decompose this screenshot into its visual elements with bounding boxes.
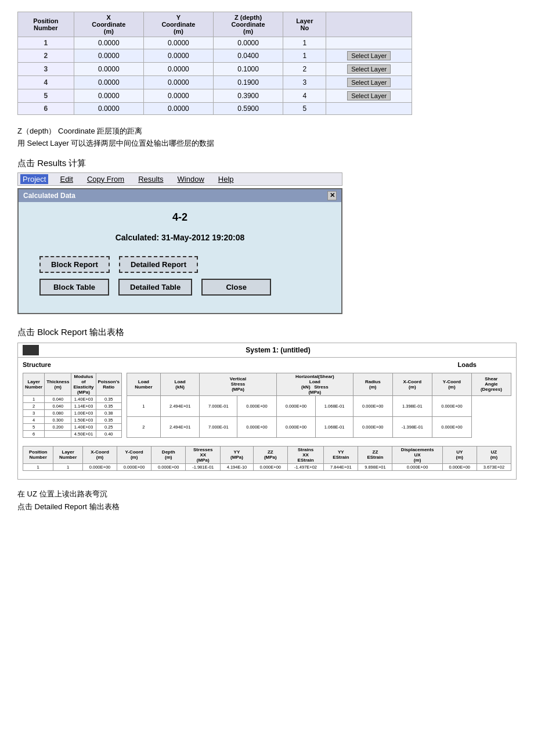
data-cell: 0.040	[45, 395, 71, 402]
table-row: 60.00000.00000.59005	[18, 103, 412, 115]
bottom-text: 在 UZ 位置上读出路表弯沉 点击 Detailed Report 输出表格	[17, 488, 517, 513]
data-cell: 7.844E+01	[324, 463, 358, 470]
data-cell: 1.398E-01	[392, 395, 432, 416]
select-layer-cell[interactable]: Select Layer	[326, 63, 412, 76]
data-cell	[45, 430, 71, 437]
structure-table: LayerNumber Thickness(m) Modulus ofElast…	[23, 373, 122, 438]
loads-col-xcoord: X-Coord(m)	[392, 373, 432, 395]
z-coord-cell: 0.1000	[214, 63, 283, 76]
calc-id: 4-2	[30, 211, 330, 224]
select-layer-button[interactable]: Select Layer	[347, 91, 391, 100]
system-title: System 1: (untitled)	[45, 346, 511, 354]
position-table: PositionNumber XCoordinate(m) YCoordinat…	[17, 12, 412, 115]
data-cell: 2.494E+01	[160, 395, 200, 416]
menubar-item-copy-from[interactable]: Copy From	[85, 174, 127, 184]
system-titlebar: System 1: (untitled)	[18, 343, 516, 358]
x-coord-cell: 0.0000	[74, 89, 143, 103]
data-cell: 0.000E+00	[237, 416, 277, 437]
structure-loads-area: LayerNumber Thickness(m) Modulus ofElast…	[23, 373, 511, 442]
data-cell: 0.300	[45, 416, 71, 423]
z-coord-cell: 0.0000	[214, 37, 283, 49]
col-header-z: Z (depth)Coordinate(m)	[214, 12, 283, 37]
loads-col-radius: Radius(m)	[353, 373, 392, 395]
y-coord-cell: 0.0000	[143, 103, 213, 115]
block-report-button[interactable]: Block Report	[39, 256, 110, 273]
table-row: 40.3001.50E+030.35	[23, 416, 122, 423]
data-cell: 0.000E+00	[82, 463, 117, 470]
select-layer-cell[interactable]: Select Layer	[326, 89, 412, 103]
res-col-szz: ZZ(MPa)	[253, 446, 287, 463]
structure-label: Structure	[23, 361, 51, 368]
position-cell: 2	[18, 49, 74, 63]
loads-col-ycoord: Y-Coord(m)	[432, 373, 472, 395]
res-col-ezz: ZZEStrain	[358, 446, 392, 463]
loads-col-load: Load(kN)	[160, 373, 200, 395]
data-cell: 2.494E+01	[160, 416, 200, 437]
res-col-y: Y-Coord(m)	[117, 446, 151, 463]
menubar-item-project[interactable]: Project	[20, 174, 48, 184]
menubar-item-window[interactable]: Window	[175, 174, 207, 184]
data-cell: 0.000E+00	[392, 463, 442, 470]
data-cell: 4	[23, 416, 45, 423]
data-cell: 0.000E+00	[432, 395, 472, 416]
y-coord-cell: 0.0000	[143, 37, 213, 49]
structure-loads-header: Structure Loads	[23, 361, 511, 370]
table-row: 30.0801.00E+030.38	[23, 409, 122, 416]
data-cell: 4.194E-10	[221, 463, 254, 470]
data-cell: 6	[23, 430, 45, 437]
data-cell: 1	[53, 463, 83, 470]
data-cell: 0.040	[45, 402, 71, 409]
table-row: 12.494E+017.000E-010.000E+000.000E+001.0…	[127, 395, 511, 416]
table-row: 50.2001.40E+030.25	[23, 423, 122, 430]
position-cell: 3	[18, 63, 74, 76]
data-cell: 0.38	[96, 409, 121, 416]
select-layer-button[interactable]: Select Layer	[347, 64, 391, 74]
calc-buttons-row-1: Block Report Detailed Report	[30, 256, 330, 273]
detailed-report-button[interactable]: Detailed Report	[119, 256, 198, 273]
data-cell: 5	[23, 423, 45, 430]
data-cell: 1	[23, 395, 45, 402]
layer-cell: 1	[283, 37, 326, 49]
data-cell: 7.000E-01	[200, 416, 237, 437]
calc-dialog-close[interactable]: ✕	[327, 191, 337, 200]
loads-table: LoadNumber Load(kN) VerticalStress(MPa) …	[127, 373, 511, 438]
menubar: ProjectEditCopy FromResultsWindowHelp	[17, 172, 342, 186]
system-body: Structure Loads LayerNumber Thickness(m)…	[18, 358, 516, 479]
table-row: 10.00000.00000.00001	[18, 37, 412, 49]
data-cell: 1	[127, 395, 160, 416]
block-table-button[interactable]: Block Table	[39, 279, 109, 296]
res-col-ux: DisplacementsUX(m)	[392, 446, 442, 463]
data-cell: 0.000E+00	[117, 463, 151, 470]
calc-dialog: Calculated Data ✕ 4-2 Calculated: 31-May…	[17, 188, 342, 314]
data-cell: 1.40E+03	[71, 423, 96, 430]
data-cell: 1.068E-01	[316, 416, 353, 437]
close-button[interactable]: Close	[201, 279, 271, 296]
select-layer-button[interactable]: Select Layer	[347, 51, 391, 60]
detailed-table-button[interactable]: Detailed Table	[118, 279, 192, 296]
menubar-item-edit[interactable]: Edit	[57, 174, 75, 184]
select-layer-cell[interactable]: Select Layer	[326, 76, 412, 89]
struct-col-modulus: Modulus ofElasticity(MPa)	[71, 373, 96, 395]
table-row: 110.000E+000.000E+000.000E+00-1.981E-014…	[23, 463, 511, 470]
calc-section: 点击 Results 计算 ProjectEditCopy FromResult…	[17, 158, 517, 314]
data-cell: 0.35	[96, 416, 121, 423]
bottom-line-1: 在 UZ 位置上读出路表弯沉	[17, 488, 517, 501]
info-text-block: Z（depth） Coordinate 距层顶的距离 用 Select Laye…	[17, 125, 517, 150]
struct-col-poisson: Poisson'sRatio	[96, 373, 121, 395]
layer-cell: 4	[283, 89, 326, 103]
z-coord-cell: 0.0400	[214, 49, 283, 63]
menubar-item-results[interactable]: Results	[136, 174, 165, 184]
table-row: 10.0401.40E+030.35	[23, 395, 122, 402]
data-cell: 0.35	[96, 395, 121, 402]
data-cell: 0.000E+00	[432, 416, 472, 437]
calc-date: Calculated: 31-May-2012 19:20:08	[30, 233, 330, 242]
position-cell: 4	[18, 76, 74, 89]
layer-cell: 2	[283, 63, 326, 76]
res-col-sxx: StressesXX(MPa)	[186, 446, 221, 463]
select-layer-button[interactable]: Select Layer	[347, 78, 391, 87]
table-row: 22.494E+017.000E-010.000E+000.000E+001.0…	[127, 416, 511, 437]
menubar-item-help[interactable]: Help	[216, 174, 236, 184]
data-cell: -1.981E-01	[186, 463, 221, 470]
select-layer-cell[interactable]: Select Layer	[326, 49, 412, 63]
block-report-heading: 点击 Block Report 输出表格	[17, 327, 517, 338]
